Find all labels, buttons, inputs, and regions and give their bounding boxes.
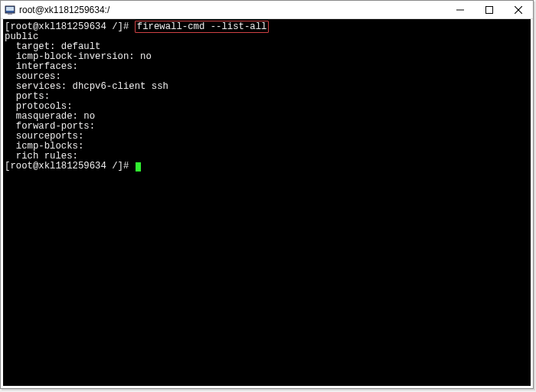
prompt-line-2: [root@xkl181259634 /]# (5, 162, 529, 172)
terminal-window: root@xk1181259634:/ [root@xkl181259634 /… (0, 0, 534, 389)
prompt-text: [root@xkl181259634 /]# (5, 21, 129, 32)
output-line: icmp-blocks: (5, 142, 529, 152)
maximize-button[interactable] (475, 1, 504, 18)
svg-rect-1 (6, 7, 14, 11)
minimize-button[interactable] (446, 1, 475, 18)
svg-rect-4 (486, 6, 493, 13)
window-titlebar[interactable]: root@xk1181259634:/ (1, 1, 533, 19)
svg-rect-2 (8, 13, 12, 15)
highlighted-command: firewall-cmd --list-all (135, 21, 270, 33)
output-line: icmp-block-inversion: no (5, 52, 529, 62)
prompt-text: [root@xkl181259634 /]# (5, 161, 129, 172)
output-line: interfaces: (5, 62, 529, 72)
output-line: services: dhcpv6-client ssh (5, 82, 529, 92)
close-button[interactable] (504, 1, 533, 18)
output-line: ports: (5, 92, 529, 102)
prompt-line-1: [root@xkl181259634 /]# firewall-cmd --li… (5, 22, 529, 32)
window-title: root@xk1181259634:/ (19, 5, 446, 15)
window-controls (446, 1, 533, 18)
putty-icon (4, 4, 16, 16)
cursor-icon (136, 162, 141, 172)
terminal-area[interactable]: [root@xkl181259634 /]# firewall-cmd --li… (3, 19, 531, 386)
